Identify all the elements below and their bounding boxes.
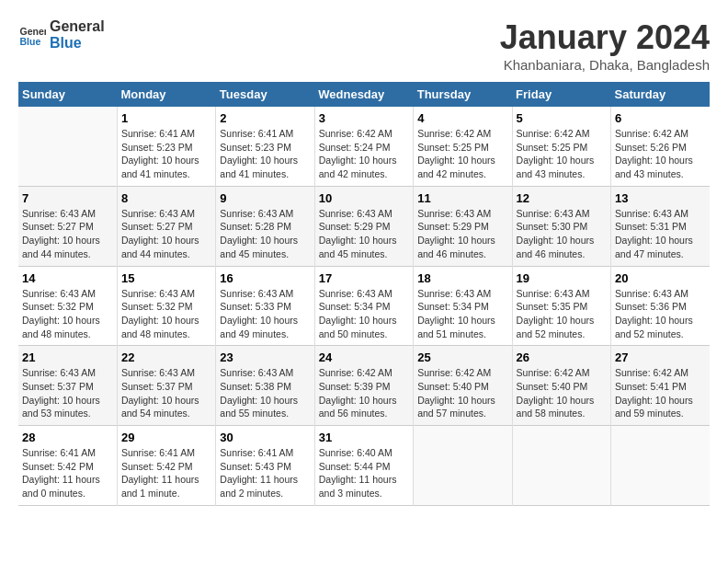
calendar-week-row: 1Sunrise: 6:41 AMSunset: 5:23 PMDaylight…	[18, 107, 710, 186]
calendar-cell: 6Sunrise: 6:42 AMSunset: 5:26 PMDaylight…	[611, 107, 710, 186]
day-info: Sunrise: 6:42 AMSunset: 5:24 PMDaylight:…	[319, 127, 409, 181]
day-number: 31	[319, 431, 409, 444]
logo-line1: General	[50, 18, 105, 35]
logo: General Blue General Blue	[18, 18, 105, 51]
calendar-cell: 23Sunrise: 6:43 AMSunset: 5:38 PMDayligh…	[216, 346, 314, 426]
day-info: Sunrise: 6:43 AMSunset: 5:32 PMDaylight:…	[121, 287, 211, 341]
day-info: Sunrise: 6:41 AMSunset: 5:23 PMDaylight:…	[220, 127, 310, 181]
day-number: 28	[22, 431, 113, 444]
day-info: Sunrise: 6:43 AMSunset: 5:36 PMDaylight:…	[615, 287, 706, 341]
calendar-cell	[18, 107, 117, 186]
title-block: January 2024 Khanbaniara, Dhaka, Banglad…	[500, 18, 710, 73]
day-info: Sunrise: 6:42 AMSunset: 5:40 PMDaylight:…	[417, 366, 507, 420]
day-info: Sunrise: 6:43 AMSunset: 5:30 PMDaylight:…	[517, 207, 607, 261]
calendar-cell	[512, 426, 610, 506]
day-number: 25	[417, 350, 507, 364]
calendar-cell	[414, 426, 512, 506]
day-info: Sunrise: 6:43 AMSunset: 5:28 PMDaylight:…	[220, 207, 310, 261]
day-number: 24	[319, 350, 409, 364]
calendar-cell: 27Sunrise: 6:42 AMSunset: 5:41 PMDayligh…	[611, 346, 710, 426]
day-info: Sunrise: 6:43 AMSunset: 5:37 PMDaylight:…	[121, 366, 211, 420]
calendar-cell: 19Sunrise: 6:43 AMSunset: 5:35 PMDayligh…	[512, 266, 610, 346]
page-header: General Blue General Blue January 2024 K…	[18, 18, 710, 73]
calendar-cell	[611, 426, 710, 506]
calendar-cell: 8Sunrise: 6:43 AMSunset: 5:27 PMDaylight…	[117, 186, 215, 266]
day-info: Sunrise: 6:43 AMSunset: 5:29 PMDaylight:…	[417, 207, 507, 261]
calendar-cell: 26Sunrise: 6:42 AMSunset: 5:40 PMDayligh…	[512, 346, 610, 426]
calendar-cell: 30Sunrise: 6:41 AMSunset: 5:43 PMDayligh…	[216, 426, 314, 506]
day-number: 11	[417, 191, 507, 205]
weekday-header-thursday: Thursday	[414, 82, 512, 107]
calendar-cell: 28Sunrise: 6:41 AMSunset: 5:42 PMDayligh…	[18, 426, 117, 506]
day-info: Sunrise: 6:43 AMSunset: 5:32 PMDaylight:…	[22, 287, 113, 341]
day-info: Sunrise: 6:41 AMSunset: 5:42 PMDaylight:…	[121, 446, 211, 500]
calendar-subtitle: Khanbaniara, Dhaka, Bangladesh	[500, 57, 710, 73]
weekday-header-friday: Friday	[512, 82, 610, 107]
day-number: 12	[517, 191, 607, 205]
calendar-cell: 4Sunrise: 6:42 AMSunset: 5:25 PMDaylight…	[414, 107, 512, 186]
day-info: Sunrise: 6:42 AMSunset: 5:39 PMDaylight:…	[319, 366, 409, 420]
calendar-week-row: 7Sunrise: 6:43 AMSunset: 5:27 PMDaylight…	[18, 186, 710, 266]
day-info: Sunrise: 6:41 AMSunset: 5:42 PMDaylight:…	[22, 446, 113, 500]
calendar-cell: 17Sunrise: 6:43 AMSunset: 5:34 PMDayligh…	[314, 266, 413, 346]
calendar-cell: 20Sunrise: 6:43 AMSunset: 5:36 PMDayligh…	[611, 266, 710, 346]
day-number: 16	[220, 271, 310, 285]
calendar-cell: 22Sunrise: 6:43 AMSunset: 5:37 PMDayligh…	[117, 346, 215, 426]
day-info: Sunrise: 6:40 AMSunset: 5:44 PMDaylight:…	[319, 446, 409, 500]
weekday-header-saturday: Saturday	[611, 82, 710, 107]
day-number: 13	[615, 191, 706, 205]
day-info: Sunrise: 6:43 AMSunset: 5:34 PMDaylight:…	[417, 287, 507, 341]
calendar-cell: 5Sunrise: 6:42 AMSunset: 5:25 PMDaylight…	[512, 107, 610, 186]
day-number: 6	[615, 111, 706, 125]
day-info: Sunrise: 6:43 AMSunset: 5:29 PMDaylight:…	[319, 207, 409, 261]
day-number: 3	[319, 111, 409, 125]
day-info: Sunrise: 6:43 AMSunset: 5:31 PMDaylight:…	[615, 207, 706, 261]
weekday-header-wednesday: Wednesday	[314, 82, 413, 107]
day-number: 26	[517, 350, 607, 364]
day-number: 9	[220, 191, 310, 205]
calendar-week-row: 14Sunrise: 6:43 AMSunset: 5:32 PMDayligh…	[18, 266, 710, 346]
calendar-cell: 12Sunrise: 6:43 AMSunset: 5:30 PMDayligh…	[512, 186, 610, 266]
day-info: Sunrise: 6:43 AMSunset: 5:27 PMDaylight:…	[121, 207, 211, 261]
calendar-table: SundayMondayTuesdayWednesdayThursdayFrid…	[18, 82, 710, 506]
day-number: 23	[220, 350, 310, 364]
day-number: 20	[615, 271, 706, 285]
day-info: Sunrise: 6:43 AMSunset: 5:38 PMDaylight:…	[220, 366, 310, 420]
day-number: 14	[22, 271, 113, 285]
day-number: 18	[417, 271, 507, 285]
weekday-header-row: SundayMondayTuesdayWednesdayThursdayFrid…	[18, 82, 710, 107]
day-number: 15	[121, 271, 211, 285]
calendar-cell: 31Sunrise: 6:40 AMSunset: 5:44 PMDayligh…	[314, 426, 413, 506]
day-info: Sunrise: 6:43 AMSunset: 5:35 PMDaylight:…	[517, 287, 607, 341]
calendar-cell: 21Sunrise: 6:43 AMSunset: 5:37 PMDayligh…	[18, 346, 117, 426]
day-number: 10	[319, 191, 409, 205]
day-number: 30	[220, 431, 310, 444]
calendar-cell: 29Sunrise: 6:41 AMSunset: 5:42 PMDayligh…	[117, 426, 215, 506]
calendar-cell: 25Sunrise: 6:42 AMSunset: 5:40 PMDayligh…	[414, 346, 512, 426]
day-number: 5	[517, 111, 607, 125]
day-info: Sunrise: 6:42 AMSunset: 5:40 PMDaylight:…	[517, 366, 607, 420]
day-info: Sunrise: 6:41 AMSunset: 5:23 PMDaylight:…	[121, 127, 211, 181]
day-info: Sunrise: 6:43 AMSunset: 5:34 PMDaylight:…	[319, 287, 409, 341]
calendar-cell: 18Sunrise: 6:43 AMSunset: 5:34 PMDayligh…	[414, 266, 512, 346]
calendar-cell: 16Sunrise: 6:43 AMSunset: 5:33 PMDayligh…	[216, 266, 314, 346]
day-number: 7	[22, 191, 113, 205]
day-number: 1	[121, 111, 211, 125]
day-info: Sunrise: 6:43 AMSunset: 5:33 PMDaylight:…	[220, 287, 310, 341]
day-number: 22	[121, 350, 211, 364]
svg-text:Blue: Blue	[20, 35, 41, 46]
calendar-cell: 2Sunrise: 6:41 AMSunset: 5:23 PMDaylight…	[216, 107, 314, 186]
calendar-cell: 13Sunrise: 6:43 AMSunset: 5:31 PMDayligh…	[611, 186, 710, 266]
day-info: Sunrise: 6:42 AMSunset: 5:41 PMDaylight:…	[615, 366, 706, 420]
calendar-cell: 15Sunrise: 6:43 AMSunset: 5:32 PMDayligh…	[117, 266, 215, 346]
day-info: Sunrise: 6:43 AMSunset: 5:27 PMDaylight:…	[22, 207, 113, 261]
calendar-week-row: 28Sunrise: 6:41 AMSunset: 5:42 PMDayligh…	[18, 426, 710, 506]
day-number: 19	[517, 271, 607, 285]
calendar-cell: 14Sunrise: 6:43 AMSunset: 5:32 PMDayligh…	[18, 266, 117, 346]
day-info: Sunrise: 6:42 AMSunset: 5:25 PMDaylight:…	[417, 127, 507, 181]
day-info: Sunrise: 6:43 AMSunset: 5:37 PMDaylight:…	[22, 366, 113, 420]
calendar-cell: 7Sunrise: 6:43 AMSunset: 5:27 PMDaylight…	[18, 186, 117, 266]
weekday-header-sunday: Sunday	[18, 82, 117, 107]
day-number: 29	[121, 431, 211, 444]
weekday-header-monday: Monday	[117, 82, 215, 107]
